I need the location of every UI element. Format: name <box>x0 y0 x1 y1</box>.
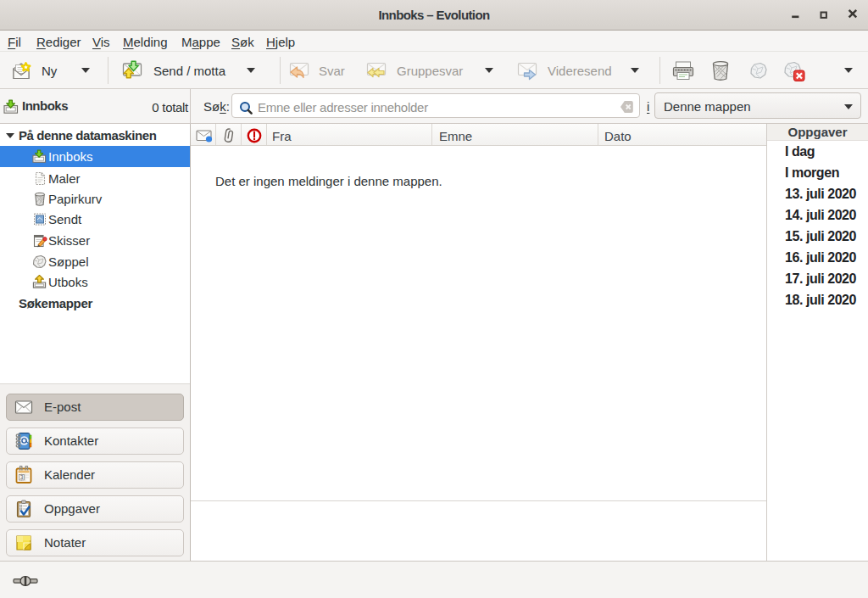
svg-text:3: 3 <box>20 474 24 480</box>
